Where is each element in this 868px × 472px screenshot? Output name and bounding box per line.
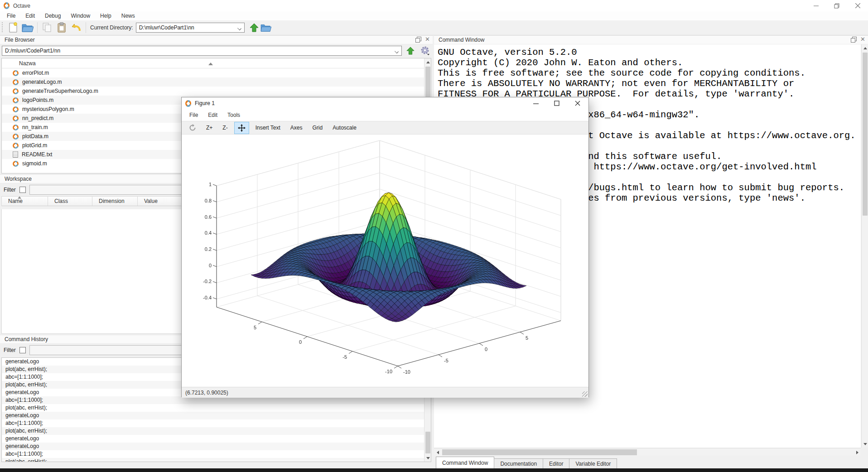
tab-command-window[interactable]: Command Window <box>436 457 494 468</box>
minimize-button[interactable] <box>526 97 546 109</box>
file-name: mysteriousPolygon.m <box>22 106 74 112</box>
one-directory-up-button[interactable] <box>405 45 416 56</box>
directory-up-button[interactable] <box>248 22 260 33</box>
restore-button[interactable] <box>826 0 847 11</box>
scroll-right-icon[interactable] <box>854 448 861 456</box>
file-name: sigmoid.m <box>22 160 47 167</box>
octave-logo-icon <box>185 100 191 107</box>
figure-menu-tools[interactable]: Tools <box>222 111 245 119</box>
file-row[interactable]: generateLogo.m <box>2 77 431 87</box>
figure-titlebar[interactable]: Figure 1 <box>182 97 588 109</box>
octave-file-icon <box>13 143 19 149</box>
octave-logo-icon <box>4 2 10 9</box>
file-name: plotGrid.m <box>22 142 47 149</box>
bottom-tab-bar: Command WindowDocumentationEditorVariabl… <box>434 456 868 468</box>
close-button[interactable] <box>847 0 868 11</box>
maximize-button[interactable] <box>546 97 567 109</box>
figure-window[interactable]: Figure 1 FileEditTools Z+ Z- Insert Text… <box>181 97 589 397</box>
history-item[interactable]: plot(abc, errHist); <box>2 427 431 435</box>
zoom-out-button[interactable]: Z- <box>219 122 231 133</box>
close-panel-icon[interactable]: ✕ <box>860 37 865 42</box>
file-row[interactable]: errorPlot.m <box>2 68 431 77</box>
chevron-down-icon <box>395 49 399 53</box>
console-line: GNU Octave, version 5.2.0 <box>438 47 861 58</box>
history-item[interactable]: generateLogo <box>2 435 431 443</box>
workspace-column-class[interactable]: Class <box>48 197 92 206</box>
command-window-header[interactable]: Command Window ✕ <box>434 35 868 44</box>
filter-label: Filter <box>4 347 16 353</box>
zoom-in-button[interactable]: Z+ <box>203 122 216 133</box>
undock-panel-icon[interactable] <box>851 37 856 42</box>
close-button[interactable] <box>567 97 588 109</box>
figure-toolbar: Z+ Z- Insert Text Axes Grid Autoscale <box>182 121 588 135</box>
history-item[interactable]: abc=[1:1:1000]; <box>2 419 431 427</box>
grid-button[interactable]: Grid <box>309 122 327 133</box>
menu-news[interactable]: News <box>116 12 140 20</box>
tab-editor[interactable]: Editor <box>543 458 569 468</box>
console-line: This is free software; see the source co… <box>438 68 861 78</box>
autoscale-button[interactable]: Autoscale <box>329 122 360 133</box>
filter-label: Filter <box>4 187 16 193</box>
octave-file-icon <box>13 97 19 103</box>
workspace-column-name[interactable]: Name <box>2 197 48 206</box>
paste-icon[interactable] <box>55 22 68 34</box>
new-script-icon[interactable] <box>7 22 19 34</box>
pan-tool-icon[interactable] <box>234 122 249 134</box>
command-window-vscrollbar[interactable] <box>861 44 868 448</box>
octave-file-icon <box>13 161 19 167</box>
history-item[interactable]: abc=[1:1:1000]; <box>2 450 431 458</box>
history-item[interactable]: generateLogo <box>2 443 431 450</box>
file-row[interactable]: generateTrueSuperheroLogo.m <box>2 87 431 96</box>
chevron-down-icon <box>237 26 241 30</box>
toolbar-grip[interactable] <box>2 22 4 33</box>
tab-documentation[interactable]: Documentation <box>494 458 543 468</box>
file-browser-header[interactable]: File Browser ✕ <box>0 35 433 44</box>
surface-plot-canvas[interactable] <box>182 135 588 387</box>
file-list-column-header[interactable]: Nazwa <box>2 58 431 68</box>
scroll-down-icon[interactable] <box>424 454 431 462</box>
filter-checkbox[interactable] <box>19 347 26 353</box>
minimize-button[interactable] <box>805 0 826 11</box>
scroll-up-icon[interactable] <box>424 58 431 66</box>
tab-variable-editor[interactable]: Variable Editor <box>569 458 617 468</box>
octave-file-icon <box>13 125 19 130</box>
browse-directory-button[interactable] <box>260 22 272 33</box>
undock-panel-icon[interactable] <box>415 37 420 42</box>
figure-menu-edit[interactable]: Edit <box>203 111 222 119</box>
scroll-up-icon[interactable] <box>862 44 868 52</box>
axes-button[interactable]: Axes <box>287 122 306 133</box>
file-name: nn_predict.m <box>22 115 53 121</box>
current-directory-combobox[interactable]: D:\mluvr\CodePart1\nn <box>136 23 245 33</box>
resize-grip[interactable] <box>582 391 588 397</box>
filter-checkbox[interactable] <box>19 187 26 193</box>
sort-ascending-icon <box>208 63 213 65</box>
scroll-down-icon[interactable] <box>862 440 868 448</box>
history-item[interactable]: generateLogo <box>2 412 431 419</box>
menu-edit[interactable]: Edit <box>20 12 40 20</box>
surface-plot[interactable] <box>182 135 588 387</box>
scroll-left-icon[interactable] <box>434 448 441 456</box>
menu-window[interactable]: Window <box>66 12 95 20</box>
history-item[interactable]: plot(abc, errHist); <box>2 458 431 462</box>
actions-gear-button[interactable] <box>419 45 431 56</box>
open-file-icon[interactable] <box>21 22 34 34</box>
file-browser-path-combobox[interactable]: D:/mluvr/CodePart1/nn <box>2 46 402 56</box>
octave-file-icon <box>13 70 19 76</box>
menu-debug[interactable]: Debug <box>40 12 66 20</box>
figure-menu-file[interactable]: File <box>184 111 203 119</box>
close-panel-icon[interactable]: ✕ <box>425 37 430 42</box>
copy-icon[interactable] <box>41 22 53 34</box>
current-directory-value: D:\mluvr\CodePart1\nn <box>139 24 194 31</box>
menu-help[interactable]: Help <box>95 12 116 20</box>
figure-menubar: FileEditTools <box>182 109 588 121</box>
insert-text-button[interactable]: Insert Text <box>252 122 284 133</box>
console-line: Copyright (C) 2020 John W. Eaton and oth… <box>438 58 861 68</box>
taskbar-strip <box>0 468 868 472</box>
octave-file-icon <box>13 106 19 112</box>
workspace-column-dimension[interactable]: Dimension <box>92 197 138 206</box>
menu-file[interactable]: File <box>2 12 20 20</box>
rotate-tool-icon[interactable] <box>185 122 200 134</box>
history-item[interactable]: plot(abc, errHist); <box>2 404 431 412</box>
undo-icon[interactable] <box>70 22 82 34</box>
command-window-hscrollbar[interactable] <box>434 448 861 456</box>
